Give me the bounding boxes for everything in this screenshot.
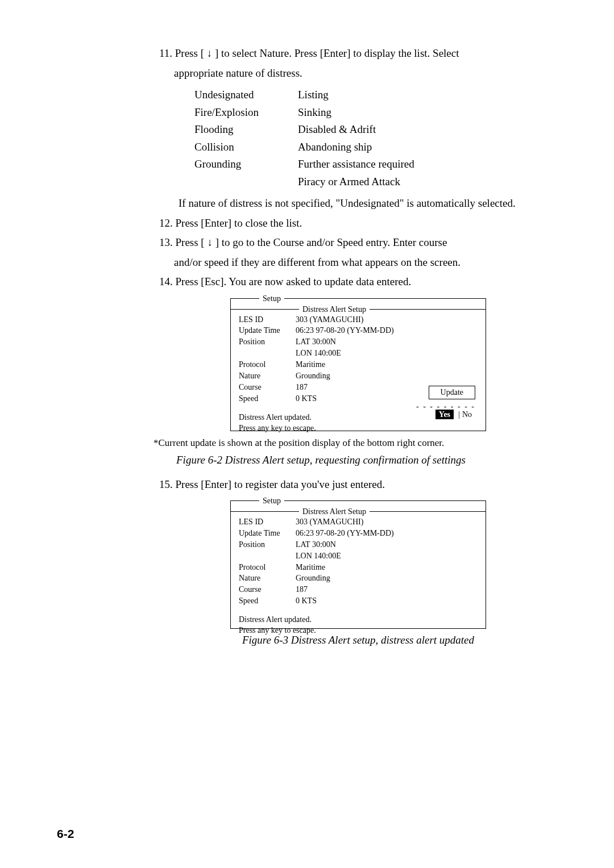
step-11-line2: appropriate nature of distress. <box>159 65 557 82</box>
step-15: 15. Press [Enter] to register data you'v… <box>159 477 557 493</box>
update-time-label: Update Time <box>239 528 296 539</box>
no-option[interactable]: No <box>462 410 472 419</box>
step-13-line1: 13. Press [ ↓ ] to go to the Course and/… <box>159 235 557 251</box>
course-label: Course <box>239 585 296 595</box>
position-label: Position <box>239 337 296 348</box>
protocol-label: Protocol <box>239 562 296 573</box>
update-time-value: 06:23 97-08-20 (YY-MM-DD) <box>296 326 394 336</box>
step-13-text-b: ] to go to the Course and/or Speed entry… <box>213 236 447 248</box>
setup-title: Setup <box>259 294 284 304</box>
list-item: Abandoning ship <box>298 139 414 156</box>
protocol-value: Maritime <box>296 360 325 370</box>
protocol-label: Protocol <box>239 360 296 370</box>
inner-title: Distress Alert Setup <box>299 304 370 315</box>
step-14: 14. Press [Esc]. You are now asked to up… <box>159 274 557 290</box>
nature-value: Grounding <box>296 573 330 584</box>
list-item: Disabled & Adrift <box>298 122 414 138</box>
yes-option[interactable]: Yes <box>435 410 454 419</box>
list-item: Collision <box>194 139 297 156</box>
les-id-value: 303 (YAMAGUCHI) <box>296 517 363 528</box>
status-message-1: Distress Alert updated. <box>239 615 478 625</box>
figure-6-2-caption: Figure 6-2 Distress Alert setup, request… <box>176 452 557 469</box>
distress-alert-setup-panel: Distress Alert Setup LES ID303 (YAMAGUCH… <box>231 511 486 636</box>
speed-label: Speed <box>239 394 296 404</box>
position-label: Position <box>239 540 296 550</box>
list-item: Sinking <box>298 105 414 121</box>
list-item: Listing <box>298 87 414 103</box>
course-value: 187 <box>296 382 308 393</box>
status-message-2: Press any key to escape. <box>239 625 478 636</box>
list-item: Further assistance required <box>298 156 414 173</box>
step-11-line1: 11. Press [ ↓ ] to select Nature. Press … <box>159 45 557 62</box>
les-id-label: LES ID <box>239 517 296 528</box>
yes-no-prompt: Yes|No <box>435 410 472 420</box>
setup-title: Setup <box>259 496 284 507</box>
step-11-note: If nature of distress is not specified, … <box>179 195 557 212</box>
les-id-label: LES ID <box>239 315 296 326</box>
step-11-text-a: 11. Press [ <box>159 47 207 59</box>
list-item <box>194 174 297 190</box>
lon-value: LON 140:00E <box>296 348 341 359</box>
lon-value: LON 140:00E <box>296 551 341 562</box>
inner-title: Distress Alert Setup <box>299 507 370 518</box>
speed-label: Speed <box>239 596 296 607</box>
setup-dialog-1: Setup Distress Alert Setup LES ID303 (YA… <box>230 298 486 431</box>
down-arrow-icon: ↓ <box>207 47 213 59</box>
down-arrow-icon: ↓ <box>207 236 213 248</box>
distress-nature-list: UndesignatedListing Fire/ExplosionSinkin… <box>193 86 416 191</box>
update-button[interactable]: Update <box>429 386 475 400</box>
step-13-text-a: 13. Press [ <box>159 236 207 248</box>
step-13-line2: and/or speed if they are different from … <box>159 254 557 271</box>
speed-value: 0 KTS <box>296 394 317 404</box>
lat-value: LAT 30:00N <box>296 540 336 550</box>
list-item: Flooding <box>194 122 297 138</box>
distress-alert-setup-panel: Distress Alert Setup LES ID303 (YAMAGUCH… <box>231 309 486 434</box>
nature-label: Nature <box>239 371 296 382</box>
update-time-label: Update Time <box>239 326 296 336</box>
list-item: Fire/Explosion <box>194 105 297 121</box>
list-item: Undesignated <box>194 87 297 103</box>
update-time-value: 06:23 97-08-20 (YY-MM-DD) <box>296 528 394 539</box>
step-12: 12. Press [Enter] to close the list. <box>159 215 557 232</box>
course-label: Course <box>239 382 296 393</box>
current-update-note: *Current update is shown at the position… <box>154 436 557 450</box>
les-id-value: 303 (YAMAGUCHI) <box>296 315 363 326</box>
nature-value: Grounding <box>296 371 330 382</box>
course-value: 187 <box>296 585 308 595</box>
nature-label: Nature <box>239 573 296 584</box>
list-item: Piracy or Armed Attack <box>298 174 414 190</box>
setup-dialog-2: Setup Distress Alert Setup LES ID303 (YA… <box>230 500 486 629</box>
speed-value: 0 KTS <box>296 596 317 607</box>
list-item: Grounding <box>194 156 297 173</box>
protocol-value: Maritime <box>296 562 325 573</box>
lat-value: LAT 30:00N <box>296 337 336 348</box>
status-message-2: Press any key to escape. <box>239 423 478 434</box>
step-11-text-b: ] to select Nature. Press [Enter] to dis… <box>212 47 459 59</box>
